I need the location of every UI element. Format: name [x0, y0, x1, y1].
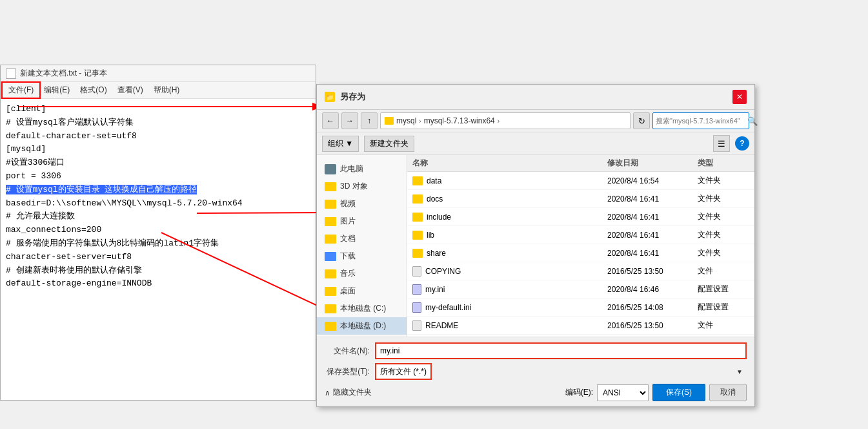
file-kind: 配置设置 [698, 284, 749, 295]
file-item-mydefaultini[interactable]: my-default.ini 2016/5/25 14:08 配置设置 [407, 298, 754, 317]
file-kind: 配置设置 [698, 302, 749, 313]
header-name: 名称 [412, 158, 607, 169]
filename-input[interactable] [375, 342, 747, 359]
filetype-select-wrapper: 所有文件 (*.*) [375, 363, 747, 380]
left-panel-item-video[interactable]: 视频 [317, 195, 407, 213]
forward-button[interactable]: → [341, 112, 358, 129]
chevron-up-icon: ∧ [325, 388, 330, 397]
header-modified: 修改日期 [607, 158, 698, 169]
left-panel-item-desktop[interactable]: 桌面 [317, 282, 407, 300]
left-panel-item-drive-c[interactable]: 本地磁盘 (C:) [317, 300, 407, 317]
config-icon [412, 284, 421, 295]
file-item-readme[interactable]: README 2016/5/25 13:50 文件 [407, 317, 754, 335]
left-panel-item-3d[interactable]: 3D 对象 [317, 178, 407, 195]
file-modified: 2016/5/25 13:50 [607, 267, 698, 276]
file-name: COPYING [425, 267, 461, 276]
file-kind: 文件夹 [698, 193, 749, 204]
filename-row: 文件名(N): [325, 342, 747, 359]
folder-icon [412, 231, 423, 240]
breadcrumb-part2: mysql-5.7.13-winx64 [424, 116, 495, 125]
file-kind: 文件夹 [698, 211, 749, 222]
filetype-select[interactable]: 所有文件 (*.*) [375, 363, 432, 380]
file-kind: 文件 [698, 320, 749, 331]
search-input[interactable] [656, 117, 745, 125]
dialog-titlebar-left: 📁 另存为 [325, 91, 365, 103]
file-item-include[interactable]: include 2020/8/4 16:41 文件夹 [407, 208, 754, 226]
dialog-title: 另存为 [340, 91, 365, 103]
folder-icon [325, 304, 336, 313]
file-name: data [427, 176, 441, 185]
dialog-footer: 文件名(N): 保存类型(T): 所有文件 (*.*) ∧ 隐藏文件夹 编码(E… [317, 337, 754, 406]
file-name: README [425, 321, 458, 330]
breadcrumb-chevron1: › [419, 118, 421, 125]
notepad-window: 新建文本文档.txt - 记事本 文件(F) 编辑(E) 格式(O) 查看(V)… [0, 65, 316, 401]
folder-icon [325, 287, 336, 296]
file-kind: 文件 [698, 266, 749, 277]
dialog-organize-toolbar: 组织 ▼ 新建文件夹 ☰ ? [317, 132, 754, 155]
help-button[interactable]: ? [735, 136, 749, 151]
organize-button[interactable]: 组织 ▼ [322, 136, 359, 152]
menu-help[interactable]: 帮助(H) [148, 83, 185, 97]
pc-icon [325, 164, 336, 174]
left-panel-item-pictures[interactable]: 图片 [317, 213, 407, 230]
breadcrumb-bar: mysql › mysql-5.7.13-winx64 › [380, 112, 631, 129]
docs-label: 文档 [340, 233, 356, 244]
file-modified: 2020/8/4 16:41 [607, 213, 698, 222]
file-item-myini[interactable]: my.ini 2020/8/4 16:46 配置设置 [407, 280, 754, 298]
footer-bottom-row: ∧ 隐藏文件夹 编码(E): ANSI UTF-8 保存(S) 取消 [325, 384, 747, 401]
notepad-content: [client] # 设置mysql客户端默认认字符集 default-char… [1, 99, 316, 295]
file-item-data[interactable]: data 2020/8/4 16:54 文件夹 [407, 172, 754, 190]
music-label: 音乐 [340, 268, 356, 279]
3d-label: 3D 对象 [340, 181, 368, 192]
left-panel-item-music[interactable]: 音乐 [317, 265, 407, 282]
file-item-lib[interactable]: lib 2020/8/4 16:41 文件夹 [407, 226, 754, 244]
save-button[interactable]: 保存(S) [652, 384, 705, 401]
right-panel: 名称 修改日期 类型 data 2020/8/4 16:54 文件夹 docs … [407, 155, 754, 337]
folder-icon [412, 249, 423, 258]
folder-icon [325, 322, 336, 331]
encoding-label: 编码(E): [565, 387, 593, 398]
file-item-share[interactable]: share 2020/8/4 16:41 文件夹 [407, 244, 754, 262]
refresh-button[interactable]: ↻ [633, 112, 650, 129]
menu-file[interactable]: 文件(F) [3, 83, 39, 97]
notepad-title: 新建文本文档.txt - 记事本 [20, 68, 107, 79]
hide-folders-button[interactable]: ∧ 隐藏文件夹 [325, 387, 372, 398]
file-kind: 文件夹 [698, 247, 749, 258]
menu-edit[interactable]: 编辑(E) [39, 83, 75, 97]
search-bar[interactable]: 🔍 [652, 112, 749, 129]
folder-icon [325, 200, 336, 209]
footer-left-area: ∧ 隐藏文件夹 [325, 387, 372, 398]
file-modified: 2020/8/4 16:41 [607, 231, 698, 240]
left-panel-item-this-pc[interactable]: 此电脑 [317, 160, 407, 178]
menu-view[interactable]: 查看(V) [112, 83, 148, 97]
folder-icon [412, 213, 423, 222]
left-panel-item-drive-d[interactable]: 本地磁盘 (D:) [317, 317, 407, 335]
new-folder-button[interactable]: 新建文件夹 [364, 136, 414, 152]
left-panel-item-docs[interactable]: 文档 [317, 230, 407, 247]
encoding-area: 编码(E): ANSI UTF-8 保存(S) 取消 [565, 384, 747, 401]
encoding-select[interactable]: ANSI UTF-8 [597, 384, 649, 401]
close-button[interactable]: ✕ [732, 90, 747, 104]
this-pc-label: 此电脑 [340, 163, 363, 174]
folder-icon [325, 269, 336, 278]
pictures-label: 图片 [340, 216, 356, 227]
view-options-button[interactable]: ☰ [713, 135, 730, 152]
back-button[interactable]: ← [322, 112, 339, 129]
file-name: docs [427, 194, 443, 204]
file-item-docs[interactable]: docs 2020/8/4 16:41 文件夹 [407, 190, 754, 208]
header-type: 类型 [698, 158, 749, 169]
breadcrumb-part1: mysql [396, 116, 416, 125]
drive-c-label: 本地磁盘 (C:) [340, 303, 386, 314]
new-folder-label: 新建文件夹 [370, 139, 409, 148]
file-modified: 2016/5/25 13:50 [607, 321, 698, 330]
left-panel-item-downloads[interactable]: 下载 [317, 247, 407, 265]
cancel-button[interactable]: 取消 [709, 384, 747, 401]
breadcrumb-folder-icon [385, 117, 394, 125]
drive-d-label: 本地磁盘 (D:) [340, 320, 386, 331]
file-item-copying[interactable]: COPYING 2016/5/25 13:50 文件 [407, 262, 754, 280]
up-button[interactable]: ↑ [361, 112, 378, 129]
file-kind: 文件夹 [698, 229, 749, 240]
menu-format[interactable]: 格式(O) [75, 83, 112, 97]
save-as-dialog: 📁 另存为 ✕ ← → ↑ mysql › mysql-5.7.13-winx6… [316, 84, 755, 407]
file-modified: 2020/8/4 16:46 [607, 285, 698, 294]
